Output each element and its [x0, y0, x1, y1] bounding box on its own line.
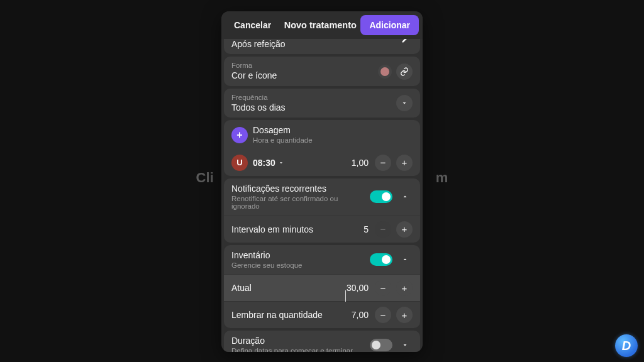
- duration-subtitle: Defina datas para começar e terminar: [231, 347, 365, 352]
- inventory-remind-decrement-button[interactable]: −: [375, 307, 391, 323]
- new-treatment-dialog: Cancelar Novo tratamento Adicionar Notas…: [221, 11, 423, 352]
- dosage-time-picker[interactable]: 08:30: [253, 158, 284, 168]
- chevron-up-icon[interactable]: [397, 252, 413, 267]
- edit-icon[interactable]: [397, 39, 413, 47]
- dosage-subtitle: Hora e quantidade: [253, 136, 413, 145]
- inventory-card: Inventário Gerencie seu estoque Atual 30…: [224, 245, 420, 328]
- inventory-current-label: Atual: [231, 283, 338, 293]
- dosage-header-row: + Dosagem Hora e quantidade: [224, 120, 420, 149]
- notes-row[interactable]: Notas Após refeição: [224, 39, 420, 54]
- dosage-title: Dosagem: [253, 125, 413, 136]
- notifications-card: Notificações recorrentes Renotificar até…: [224, 178, 420, 243]
- inventory-current-value[interactable]: 30,00: [343, 283, 369, 293]
- notifications-title: Notificações recorrentes: [231, 184, 365, 194]
- dosage-card: + Dosagem Hora e quantidade U 08:30 1,00…: [224, 120, 420, 175]
- chevron-down-icon[interactable]: [397, 337, 413, 352]
- shape-value: Cor e ícone: [231, 70, 375, 81]
- notifications-header-row: Notificações recorrentes Renotificar até…: [224, 178, 420, 216]
- notifications-subtitle: Renotificar até ser confirmado ou ignora…: [231, 195, 365, 211]
- inventory-remind-label: Lembrar na quantidade: [231, 310, 338, 320]
- color-dot-icon: [380, 67, 389, 76]
- shape-link-button[interactable]: [396, 63, 413, 80]
- notifications-toggle[interactable]: [370, 190, 392, 203]
- frequency-card: Frequência Todos os dias: [224, 89, 420, 118]
- chevron-down-icon: [278, 160, 284, 166]
- notes-value: Após refeição: [231, 39, 392, 49]
- inventory-toggle[interactable]: [370, 253, 392, 266]
- inventory-subtitle: Gerencie seu estoque: [231, 261, 365, 270]
- bg-text-right: m: [436, 170, 448, 185]
- dialog-body: Notas Após refeição Forma Cor e ícone: [221, 39, 423, 352]
- bg-text-left: Cli: [196, 170, 214, 185]
- dialog-header: Cancelar Novo tratamento Adicionar: [221, 11, 423, 39]
- inventory-remind-value: 7,00: [343, 310, 369, 320]
- dosage-time: 08:30: [253, 158, 275, 168]
- color-swatch: [380, 66, 391, 77]
- dosage-decrement-button[interactable]: −: [375, 155, 391, 171]
- inventory-title: Inventário: [231, 250, 365, 261]
- interval-increment-button[interactable]: +: [396, 221, 413, 238]
- inventory-header-row: Inventário Gerencie seu estoque: [224, 245, 420, 274]
- interval-decrement-button[interactable]: −: [375, 221, 391, 238]
- dosage-amount: 1,00: [343, 158, 369, 168]
- notes-card: Notas Após refeição: [224, 39, 420, 54]
- duration-toggle[interactable]: [370, 339, 392, 351]
- frequency-label: Frequência: [231, 94, 391, 102]
- inventory-current-decrement-button[interactable]: −: [375, 280, 391, 296]
- add-dosage-button[interactable]: +: [231, 127, 248, 143]
- interval-value: 5: [357, 224, 369, 234]
- dialog-title: Novo tratamento: [280, 20, 360, 30]
- chevron-up-icon[interactable]: [397, 189, 413, 204]
- inventory-current-increment-button[interactable]: +: [396, 280, 413, 296]
- chevron-down-icon[interactable]: [396, 95, 413, 111]
- duration-header-row: Duração Defina datas para começar e term…: [224, 331, 420, 352]
- add-button[interactable]: Adicionar: [360, 15, 419, 35]
- notifications-interval-row: Intervalo em minutos 5 − +: [224, 216, 420, 243]
- shape-label: Forma: [231, 62, 375, 70]
- frequency-row[interactable]: Frequência Todos os dias: [224, 89, 420, 118]
- dosage-entry-row: U 08:30 1,00 − +: [224, 150, 420, 176]
- cancel-button[interactable]: Cancelar: [225, 15, 280, 35]
- inventory-current-row[interactable]: Atual 30,00 − +: [224, 275, 420, 301]
- dosage-increment-button[interactable]: +: [396, 155, 413, 171]
- inventory-remind-increment-button[interactable]: +: [396, 307, 413, 323]
- frequency-value: Todos os dias: [231, 102, 391, 113]
- inventory-remind-row: Lembrar na quantidade 7,00 − +: [224, 302, 420, 328]
- duration-card: Duração Defina datas para começar e term…: [224, 331, 420, 352]
- shape-row[interactable]: Forma Cor e ícone: [224, 57, 420, 85]
- duration-title: Duração: [231, 336, 365, 346]
- dosage-pill-icon: U: [231, 155, 248, 171]
- watermark-badge: D: [615, 334, 638, 357]
- interval-label: Intervalo em minutos: [231, 224, 352, 234]
- shape-card: Forma Cor e ícone: [224, 57, 420, 85]
